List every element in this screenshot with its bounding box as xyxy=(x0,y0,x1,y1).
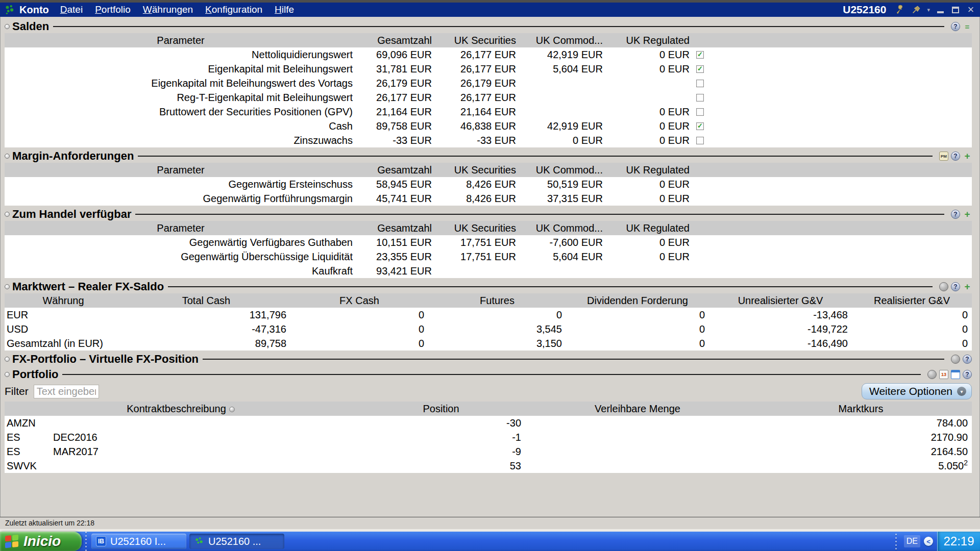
add-icon[interactable]: + xyxy=(963,210,972,219)
column-position[interactable]: Position xyxy=(357,402,525,416)
collapse-toggle-icon[interactable] xyxy=(5,24,10,29)
taskbar-button-account-window[interactable]: U252160 ... xyxy=(189,534,284,549)
row-checkbox[interactable] xyxy=(696,108,704,116)
cell-realized: 0 xyxy=(852,308,972,322)
available-table-header: Parameter Gesamtzahl UK Securities UK Co… xyxy=(5,221,972,235)
row-checkbox[interactable] xyxy=(696,122,704,130)
row-checkbox[interactable] xyxy=(696,137,704,144)
section-header-portfolio: Portfolio 13 ? xyxy=(5,368,972,381)
hand-icon[interactable] xyxy=(927,370,937,379)
section-title: Marktwert – Realer FX-Saldo xyxy=(12,280,164,293)
add-icon[interactable]: + xyxy=(963,282,972,291)
cell-fx-cash: 0 xyxy=(290,322,428,336)
titlebar: Konto Datei Portfolio Währungen Konfigur… xyxy=(0,3,980,17)
collapse-toggle-icon[interactable] xyxy=(5,357,10,362)
wrench-icon[interactable] xyxy=(894,4,905,15)
cell-uk-securities: 17,751 EUR xyxy=(436,235,520,249)
filter-input[interactable] xyxy=(34,385,99,398)
taskbar-button-login-window[interactable]: IB U252160 I... xyxy=(91,534,186,549)
row-checkbox[interactable] xyxy=(696,80,704,87)
row-checkbox[interactable] xyxy=(696,51,704,59)
table-row[interactable]: SWVK 53 5.0502 xyxy=(5,459,972,473)
sort-icon xyxy=(229,407,235,412)
collapse-toggle-icon[interactable] xyxy=(5,154,10,159)
portfolio-filter-row: Filter Weitere Optionen ▾ xyxy=(5,382,972,400)
column-total-cash: Total Cash xyxy=(122,293,290,308)
cell-uk-commodities: 5,604 EUR xyxy=(520,62,607,76)
column-marktkurs[interactable]: Marktkurs xyxy=(750,402,972,416)
menu-hilfe[interactable]: Hilfe xyxy=(275,4,294,15)
help-icon[interactable]: ? xyxy=(951,210,960,219)
cell-uk-regulated: 0 EUR xyxy=(607,105,694,119)
titlebar-caret-icon[interactable]: ▾ xyxy=(927,7,930,13)
quicklaunch-divider[interactable] xyxy=(82,532,90,551)
collapse-all-icon[interactable]: = xyxy=(963,22,972,31)
taskbar-button-label: U252160 I... xyxy=(110,536,166,547)
menu-datei[interactable]: Datei xyxy=(60,4,83,15)
cell-market-price: 2170.90 xyxy=(931,432,968,443)
last-updated-text: Zuletzt aktualisiert um 22:18 xyxy=(5,519,94,527)
collapse-toggle-icon[interactable] xyxy=(5,372,10,377)
tray-chevron-icon[interactable]: < xyxy=(924,537,933,546)
table-row[interactable]: AMZN -30 784.00 xyxy=(5,416,972,430)
collapse-toggle-icon[interactable] xyxy=(5,284,10,289)
row-checkbox[interactable] xyxy=(696,94,704,102)
margin-table-header: Parameter Gesamtzahl UK Securities UK Co… xyxy=(5,163,972,177)
help-icon[interactable]: ? xyxy=(963,370,972,379)
cell-uk-commodities: -7,600 EUR xyxy=(520,235,607,249)
table-row: Gesamtzahl (in EUR) 89,758 0 3,150 0 -14… xyxy=(5,336,972,350)
table-row: Kaufkraft 93,421 EUR xyxy=(5,264,972,278)
add-icon[interactable]: + xyxy=(963,152,972,161)
cell-unrealized: -146,490 xyxy=(709,336,852,350)
table-row[interactable]: ES DEC2016 -1 2170.90 xyxy=(5,430,972,444)
hand-icon[interactable] xyxy=(951,355,960,364)
tws-app-icon xyxy=(194,536,204,546)
more-options-button[interactable]: Weitere Optionen ▾ xyxy=(862,383,972,399)
help-icon[interactable]: ? xyxy=(951,22,960,31)
section-title: Zum Handel verfügbar xyxy=(12,208,131,221)
hand-icon[interactable] xyxy=(939,282,948,291)
table-row[interactable]: ES MAR2017 -9 2164.50 xyxy=(5,444,972,459)
cell-fx-cash: 0 xyxy=(290,336,428,350)
collapse-toggle-icon[interactable] xyxy=(5,212,10,217)
cell-realized: 0 xyxy=(852,336,972,350)
column-kontraktbeschreibung[interactable]: Kontraktbeschreibung xyxy=(5,402,357,416)
table-row: Gegenwärtig Ersteinschuss 58,945 EUR 8,4… xyxy=(5,177,972,191)
more-options-label: Weitere Optionen xyxy=(869,385,952,397)
language-indicator[interactable]: DE xyxy=(904,535,920,547)
cell-uk-securities: 26,177 EUR xyxy=(436,90,520,105)
menu-portfolio[interactable]: Portfolio xyxy=(95,4,131,15)
section-rule xyxy=(138,156,933,157)
portfolio-table-header: Kontraktbeschreibung Position Verleihbar… xyxy=(5,402,972,416)
section-title: FX-Portfolio – Virtuelle FX-Position xyxy=(12,353,199,366)
cell-uk-regulated: 0 EUR xyxy=(607,62,694,76)
start-button[interactable]: Inicio xyxy=(0,532,82,551)
cell-parameter: Kaufkraft xyxy=(5,264,357,278)
cell-uk-securities: 46,838 EUR xyxy=(436,119,520,133)
tray-divider[interactable] xyxy=(892,534,900,549)
help-icon[interactable]: ? xyxy=(963,355,972,364)
cell-fx-cash: 0 xyxy=(290,308,428,322)
cell-gesamtzahl: 23,355 EUR xyxy=(357,249,436,264)
table-row: Gegenwärtig Fortführungsmargin 45,741 EU… xyxy=(5,191,972,206)
menu-waehrungen[interactable]: Währungen xyxy=(143,4,193,15)
row-checkbox[interactable] xyxy=(696,65,704,73)
cell-total-cash: 131,796 xyxy=(122,308,290,322)
cell-uk-commodities: 50,519 EUR xyxy=(520,177,607,191)
cell-uk-regulated xyxy=(607,264,694,278)
section-header-salden: Salden ? = xyxy=(5,20,972,33)
calendar-icon[interactable]: 13 xyxy=(939,370,948,379)
try-pm-icon[interactable]: PM xyxy=(939,152,948,161)
help-icon[interactable]: ? xyxy=(951,282,960,291)
detach-window-icon[interactable] xyxy=(951,370,960,379)
cell-futures: 3,545 xyxy=(428,322,566,336)
maximize-button[interactable] xyxy=(950,5,961,15)
menu-konfiguration[interactable]: Konfiguration xyxy=(205,4,262,15)
column-verleihbare-menge[interactable]: Verleihbare Menge xyxy=(525,402,750,416)
close-button[interactable]: × xyxy=(966,5,976,15)
pin-icon[interactable] xyxy=(911,4,922,15)
cell-uk-securities: 8,426 EUR xyxy=(436,177,520,191)
minimize-button[interactable] xyxy=(935,5,945,15)
cell-lendable xyxy=(525,459,750,473)
help-icon[interactable]: ? xyxy=(951,152,960,161)
